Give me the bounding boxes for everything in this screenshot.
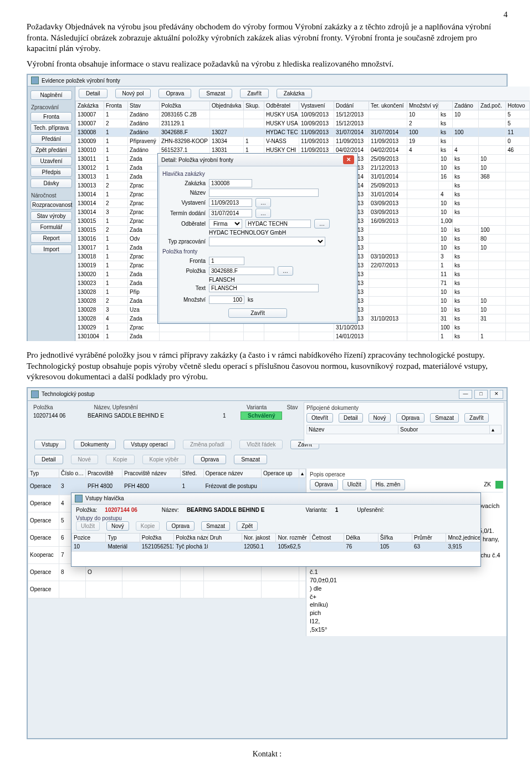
- toolbar-button[interactable]: Detail: [79, 89, 108, 98]
- attach-button[interactable]: Zavřít: [464, 413, 489, 423]
- col-header[interactable]: Šířka: [378, 533, 412, 542]
- sidebar-btn[interactable]: Naplnění: [30, 90, 72, 100]
- col-header[interactable]: Pracoviště název: [122, 469, 181, 477]
- col-header[interactable]: Název: [307, 425, 398, 434]
- col-header[interactable]: Druh: [208, 533, 242, 542]
- sidebar-btn[interactable]: Stav výroby: [30, 211, 72, 221]
- datepicker-button[interactable]: …: [255, 198, 271, 207]
- table-row[interactable]: 1300081Zadáno3042688.FFLANSCH13027HYDAC …: [76, 128, 530, 137]
- col-header[interactable]: Číslo o…: [59, 469, 86, 477]
- sidebar-btn[interactable]: Tech. příprava: [30, 123, 72, 133]
- col-header[interactable]: Zakázka: [76, 101, 104, 110]
- attach-button[interactable]: Oprava: [396, 413, 424, 423]
- sidebar-btn[interactable]: Report: [30, 233, 72, 243]
- bar1-button[interactable]: Dokumenty: [74, 440, 116, 449]
- table-row[interactable]: 13010041Zada14/01/20131ks110: [76, 332, 530, 341]
- sidebar-btn[interactable]: Uzavření: [30, 156, 72, 166]
- nazev-input[interactable]: [209, 189, 319, 197]
- col-header[interactable]: Množ.jednice: [446, 533, 480, 542]
- col-header[interactable]: Vystavení: [299, 101, 334, 110]
- odberatel-input[interactable]: [245, 220, 311, 228]
- attach-button[interactable]: Smazat: [430, 413, 459, 423]
- sub-button[interactable]: Kopie: [136, 521, 160, 531]
- sidebar-btn[interactable]: Fronta: [30, 112, 72, 121]
- vstupy-table[interactable]: PoziceTypPoložkaPoložka názevDruhNor. ja…: [71, 533, 480, 551]
- attach-button[interactable]: Nový: [369, 413, 391, 423]
- scroll-up-icon[interactable]: ▴: [490, 425, 502, 434]
- table-row[interactable]: 10Materiál1521056251205Tyč plochá 105x62…: [72, 542, 480, 551]
- popis-button[interactable]: His. změn: [371, 479, 405, 490]
- zakazka-input[interactable]: [209, 179, 252, 187]
- col-header[interactable]: Stav: [128, 101, 160, 110]
- col-header[interactable]: [439, 101, 453, 110]
- col-header[interactable]: Soubor: [398, 425, 490, 434]
- close-icon[interactable]: ✕: [343, 155, 354, 164]
- vystaveni-input[interactable]: [209, 199, 252, 207]
- table-row[interactable]: 1300291Zprac31/10/2013100ks0: [76, 323, 530, 332]
- col-header[interactable]: Položka: [160, 101, 210, 110]
- col-header[interactable]: Průměr: [412, 533, 446, 542]
- polozka-input[interactable]: [209, 267, 274, 275]
- bar2-button[interactable]: Oprava: [193, 455, 226, 464]
- sub-button[interactable]: Smazat: [201, 521, 230, 531]
- sidebar-btn[interactable]: Předání: [30, 134, 72, 144]
- col-header[interactable]: Pozice: [72, 533, 106, 542]
- attach-button[interactable]: Otevřít: [306, 413, 333, 423]
- sidebar-btn[interactable]: Dávky: [30, 179, 72, 188]
- odberatel-type-select[interactable]: Firma: [209, 219, 242, 228]
- typ-zprac-select[interactable]: [209, 237, 325, 246]
- col-header[interactable]: Pracoviště: [86, 469, 122, 477]
- bar1-button[interactable]: Vstupy operací: [124, 440, 175, 449]
- col-header[interactable]: Operace up: [262, 469, 299, 477]
- bar1-button[interactable]: Vložit řádek: [239, 440, 283, 449]
- table-row[interactable]: 1300072Zadáno231129.1SUPPORT ADAPTERHUSK…: [76, 119, 530, 128]
- col-header[interactable]: Ter. ukončení: [369, 101, 407, 110]
- bar2-button[interactable]: Nové: [71, 455, 98, 464]
- mnozstvi-input[interactable]: [209, 296, 244, 304]
- close-icon[interactable]: ✕: [490, 390, 503, 399]
- sidebar-btn[interactable]: Zpět předání: [30, 145, 72, 155]
- col-header[interactable]: Skup.: [244, 101, 264, 110]
- toolbar-button[interactable]: Nový pol: [115, 89, 151, 98]
- fronta-input[interactable]: [209, 257, 244, 265]
- toolbar-button[interactable]: Oprava: [158, 89, 191, 98]
- col-header[interactable]: Odběratel: [264, 101, 299, 110]
- col-header[interactable]: Typ: [28, 469, 59, 477]
- toolbar-button[interactable]: Smazat: [199, 89, 232, 98]
- col-header[interactable]: Operace název: [203, 469, 262, 477]
- table-row[interactable]: 1300071Zadáno2083165 C.2BČEP PRO NITRIDA…: [76, 110, 530, 119]
- sidebar-btn[interactable]: Formulář: [30, 222, 72, 232]
- lookup-button[interactable]: …: [314, 219, 330, 228]
- col-header[interactable]: Objednávka: [210, 101, 244, 110]
- sidebar-btn[interactable]: Předpis: [30, 167, 72, 177]
- col-header[interactable]: Zad.poč.: [479, 101, 506, 110]
- col-header[interactable]: Hotovo: [506, 101, 530, 110]
- scroll-up-icon[interactable]: ▴: [299, 469, 306, 477]
- col-header[interactable]: Nor. rozměr: [276, 533, 310, 542]
- col-header[interactable]: Typ: [106, 533, 140, 542]
- popis-button[interactable]: Uložit: [342, 479, 366, 490]
- close-button[interactable]: Zavřít: [228, 308, 287, 318]
- sidebar-btn[interactable]: Rozpracovanost: [30, 200, 72, 210]
- col-header[interactable]: Položka název: [174, 533, 208, 542]
- col-header[interactable]: Dodání: [334, 101, 369, 110]
- bar1-button[interactable]: Změna pořadí: [183, 440, 232, 449]
- sub-button[interactable]: Oprava: [166, 521, 195, 531]
- bar2-button[interactable]: Smazat: [234, 455, 267, 464]
- table-row[interactable]: Operace: [28, 581, 306, 598]
- col-header[interactable]: Délka: [344, 533, 378, 542]
- sidebar-btn[interactable]: Import: [30, 245, 72, 254]
- datepicker-button[interactable]: …: [255, 209, 271, 218]
- popis-button[interactable]: Oprava: [310, 479, 338, 490]
- sub-button[interactable]: Zpět: [237, 521, 258, 531]
- bar2-button[interactable]: Kopie výběr: [142, 455, 186, 464]
- col-header[interactable]: Střed.: [180, 469, 203, 477]
- col-header[interactable]: Položka: [140, 533, 173, 542]
- bar1-button[interactable]: Vstupy: [34, 440, 66, 449]
- text-input[interactable]: [209, 284, 319, 292]
- col-header[interactable]: Četnost: [310, 533, 344, 542]
- sub-button[interactable]: Nový: [106, 521, 129, 531]
- col-header[interactable]: Nor. jakost: [242, 533, 276, 542]
- table-row[interactable]: 1300091PřipravenýZHN-83298-KOOPPOUZDRO13…: [76, 137, 530, 146]
- lookup-button[interactable]: …: [278, 266, 293, 276]
